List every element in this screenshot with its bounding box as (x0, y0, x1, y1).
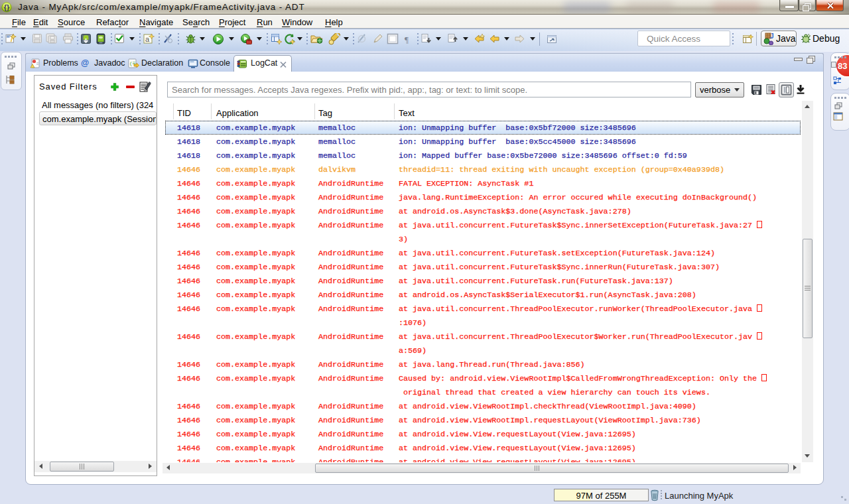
svg-text:¶: ¶ (405, 34, 409, 44)
svg-text:{}: {} (4, 3, 10, 11)
svg-text:J: J (770, 32, 774, 40)
